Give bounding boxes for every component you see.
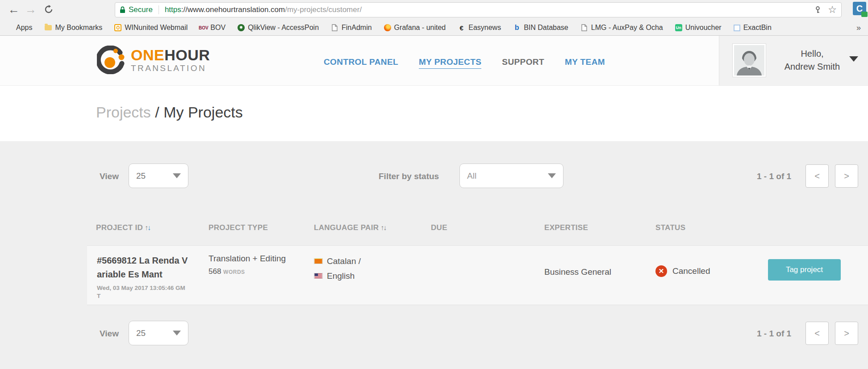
page-icon xyxy=(580,24,588,32)
bookmark-apps[interactable]: Apps xyxy=(5,24,32,32)
nav-my-projects[interactable]: MY PROJECTS xyxy=(419,57,481,69)
bookmark-easynews[interactable]: € Easynews xyxy=(458,24,501,32)
language-pair: Catalan / English xyxy=(314,254,361,284)
secure-lock-icon xyxy=(120,6,125,13)
column-header-project-id[interactable]: PROJECT ID ↑↓ xyxy=(96,223,150,232)
bookmark-univoucher[interactable]: Un Univoucher xyxy=(675,24,722,32)
view-select-bottom[interactable]: 25 xyxy=(129,321,188,345)
bookmark-finadmin[interactable]: FinAdmin xyxy=(331,24,372,32)
view-select-value: 25 xyxy=(136,328,146,338)
prev-page-button-bottom[interactable]: < xyxy=(805,322,829,345)
column-label: EXPERTISE xyxy=(544,223,588,232)
password-key-icon[interactable] xyxy=(814,6,822,14)
nav-control-panel[interactable]: CONTROL PANEL xyxy=(324,57,398,69)
bookmark-grafana[interactable]: Grafana - united xyxy=(384,24,446,32)
project-title-line: #5669812 La Renda V xyxy=(97,254,200,268)
address-divider xyxy=(159,5,159,14)
projects-content: View 25 Filter by status All 1 - 1 of 1 … xyxy=(0,141,868,369)
webmail-icon: O xyxy=(114,24,121,31)
project-type: Translation + Editing xyxy=(209,254,286,264)
breadcrumb: Projects / My Projects xyxy=(96,104,243,121)
bov-icon: BOV xyxy=(200,24,207,32)
forward-button[interactable]: → xyxy=(23,2,38,17)
pagination-range-bottom: 1 - 1 of 1 xyxy=(757,329,791,339)
user-menu[interactable]: Hello, Andrew Smith xyxy=(719,36,868,85)
filter-by-status-label: Filter by status xyxy=(379,172,439,181)
view-select-value: 25 xyxy=(136,171,146,181)
column-header-language-pair[interactable]: LANGUAGE PAIR ↑↓ xyxy=(314,223,386,232)
column-label: PROJECT TYPE xyxy=(209,223,268,232)
chevron-down-icon xyxy=(173,173,181,178)
folder-icon xyxy=(45,25,52,30)
refresh-button[interactable] xyxy=(41,2,56,17)
logo-translation: TRANSLATION xyxy=(131,64,210,72)
column-label: STATUS xyxy=(655,223,685,232)
browser-toolbar: ← → Secure https://www.onehourtranslatio… xyxy=(0,0,868,20)
column-header-expertise: EXPERTISE xyxy=(544,223,588,232)
bookmark-label: WINunited Webmail xyxy=(125,24,188,32)
bookmark-qlikview[interactable]: QlikView - AccessPoin xyxy=(238,24,319,32)
next-page-button-top[interactable]: > xyxy=(835,164,858,188)
status-badge: ✕ Cancelled xyxy=(655,265,710,277)
next-page-button-bottom[interactable]: > xyxy=(835,322,858,345)
bookmark-bin-database[interactable]: b BIN Database xyxy=(513,24,568,32)
prev-page-button-top[interactable]: < xyxy=(805,164,829,188)
target-language-line: English xyxy=(314,268,361,283)
cancelled-x-icon: ✕ xyxy=(655,265,667,277)
nav-my-team[interactable]: MY TEAM xyxy=(565,57,605,69)
exactbin-icon xyxy=(734,25,740,31)
bookmark-label: Univoucher xyxy=(685,24,722,32)
user-dropdown-caret-icon[interactable] xyxy=(849,56,858,62)
bookmark-winunited[interactable]: O WINunited Webmail xyxy=(114,24,188,32)
bookmark-star-icon[interactable]: ☆ xyxy=(828,5,837,15)
browser-extension-icon[interactable]: C xyxy=(853,2,866,15)
chevron-down-icon xyxy=(173,331,181,335)
column-header-status: STATUS xyxy=(655,223,685,232)
apps-grid-icon xyxy=(5,24,13,32)
address-bar[interactable]: Secure https://www.onehourtranslation.co… xyxy=(115,2,842,17)
column-label: LANGUAGE PAIR xyxy=(314,223,379,232)
sort-arrows-icon[interactable]: ↑↓ xyxy=(145,224,150,232)
nav-support[interactable]: SUPPORT xyxy=(502,57,544,69)
url-text: https://www.onehourtranslation.com/my-pr… xyxy=(165,5,362,14)
grafana-icon xyxy=(384,24,391,31)
column-header-project-type: PROJECT TYPE xyxy=(209,223,268,232)
breadcrumb-parent[interactable]: Projects xyxy=(96,104,151,121)
sort-arrows-icon[interactable]: ↑↓ xyxy=(380,224,386,232)
tag-project-button[interactable]: Tag project xyxy=(768,259,841,281)
bookmark-exactbin[interactable]: ExactBin xyxy=(734,24,772,32)
bin-database-icon: b xyxy=(513,24,521,32)
target-language: English xyxy=(327,268,355,283)
user-greeting: Hello, Andrew Smith xyxy=(776,47,848,73)
word-count: 568 WORDS xyxy=(209,267,245,276)
bookmark-bov[interactable]: BOV BOV xyxy=(200,24,225,32)
logo-hour: HOUR xyxy=(164,46,210,63)
view-select-top[interactable]: 25 xyxy=(129,164,188,188)
logo-one: ONE xyxy=(131,46,164,63)
bookmark-label: QlikView - AccessPoin xyxy=(248,24,319,32)
bookmark-my-bookmarks[interactable]: My Bookmarks xyxy=(44,24,102,32)
refresh-icon xyxy=(44,5,53,14)
project-date: Wed, 03 May 2017 13:05:46 GM T xyxy=(97,284,200,300)
bookmark-lmg[interactable]: LMG - AuxPay & Ocha xyxy=(580,24,663,32)
project-id-link[interactable]: #5669812 La Renda V ariable Es Mant xyxy=(97,254,200,281)
site-header: ONEHOUR TRANSLATION CONTROL PANEL MY PRO… xyxy=(0,36,868,86)
greeting-line: Hello, xyxy=(776,47,848,60)
bookmarks-overflow-chevron[interactable]: » xyxy=(856,23,861,33)
back-button[interactable]: ← xyxy=(6,2,21,17)
page-title: My Projects xyxy=(163,104,243,121)
site-logo[interactable]: ONEHOUR TRANSLATION xyxy=(97,46,210,74)
word-count-value: 568 xyxy=(209,267,221,276)
chevron-down-icon xyxy=(548,173,556,178)
avatar xyxy=(733,44,766,77)
qlikview-icon xyxy=(238,24,245,31)
us-flag-icon xyxy=(314,273,323,279)
bookmark-label: Grafana - united xyxy=(394,24,446,32)
logo-text: ONEHOUR TRANSLATION xyxy=(131,47,210,72)
project-title-line: ariable Es Mant xyxy=(97,268,200,281)
status-filter-select[interactable]: All xyxy=(459,164,563,188)
bookmark-label: Apps xyxy=(16,24,32,32)
column-label: DUE xyxy=(431,223,447,232)
extension-badge xyxy=(861,12,868,17)
bookmark-label: LMG - AuxPay & Ocha xyxy=(591,24,663,32)
